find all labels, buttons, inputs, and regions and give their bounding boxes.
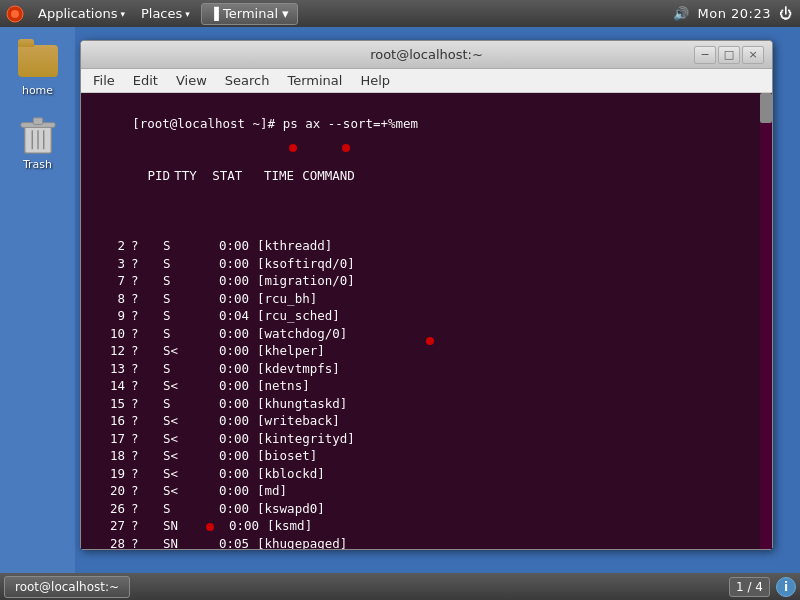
terminal-titlebar: root@localhost:~ − □ × bbox=[81, 41, 772, 69]
process-row-20: 20?S<0:00[md] bbox=[87, 482, 766, 500]
applications-label: Applications bbox=[38, 6, 117, 21]
terminal-window: root@localhost:~ − □ × File Edit View Se… bbox=[80, 40, 773, 550]
home-folder-image bbox=[18, 41, 58, 81]
prompt-text: [root@localhost ~]# ps ax --sort=+%mem bbox=[132, 116, 418, 131]
clock: Mon 20:23 bbox=[697, 6, 771, 21]
process-row-2: 2?S0:00[kthreadd] bbox=[87, 237, 766, 255]
terminal-title: root@localhost:~ bbox=[159, 47, 694, 62]
menu-view[interactable]: View bbox=[168, 71, 215, 90]
maximize-button[interactable]: □ bbox=[718, 46, 740, 64]
scrollbar-thumb[interactable] bbox=[760, 93, 772, 123]
home-icon[interactable]: home bbox=[4, 37, 72, 101]
close-button[interactable]: × bbox=[742, 46, 764, 64]
window-controls: − □ × bbox=[694, 46, 764, 64]
minimize-button[interactable]: − bbox=[694, 46, 716, 64]
places-menu[interactable]: Places ▾ bbox=[133, 0, 198, 27]
trash-image bbox=[18, 115, 58, 155]
terminal-arrow: ▾ bbox=[282, 6, 289, 21]
bottom-terminal-label: root@localhost:~ bbox=[15, 580, 119, 594]
process-row-13: 13?S0:00[kdevtmpfs] bbox=[87, 360, 766, 378]
terminal-icon: ▐ bbox=[210, 7, 219, 21]
top-taskbar: Applications ▾ Places ▾ ▐ Terminal ▾ 🔊 M… bbox=[0, 0, 800, 27]
process-row-9: 9?S0:04[rcu_sched] bbox=[87, 307, 766, 325]
bottom-taskbar: root@localhost:~ 1 / 4 i bbox=[0, 573, 800, 600]
process-row-27: 27?SN0:00[ksmd] bbox=[87, 517, 766, 535]
terminal-taskbar-label: Terminal bbox=[223, 6, 278, 21]
taskbar-right: 🔊 Mon 20:23 ⏻ bbox=[673, 6, 800, 21]
trash-label: Trash bbox=[23, 158, 52, 171]
bottom-right: 1 / 4 i bbox=[729, 577, 796, 597]
process-row-16: 16?S<0:00[writeback] bbox=[87, 412, 766, 430]
process-row-15: 15?S0:00[khungtaskd] bbox=[87, 395, 766, 413]
cursor-dot-2 bbox=[342, 144, 350, 152]
process-row-3: 3?S0:00[ksoftirqd/0] bbox=[87, 255, 766, 273]
info-label: i bbox=[784, 580, 788, 594]
svg-point-1 bbox=[11, 10, 19, 18]
power-icon[interactable]: ⏻ bbox=[779, 6, 792, 21]
applications-arrow: ▾ bbox=[120, 9, 125, 19]
terminal-scrollbar[interactable] bbox=[760, 93, 772, 549]
places-arrow: ▾ bbox=[185, 9, 190, 19]
svg-rect-4 bbox=[33, 118, 43, 125]
menu-terminal[interactable]: Terminal bbox=[279, 71, 350, 90]
cursor-dot-3 bbox=[426, 337, 434, 345]
applications-menu[interactable]: Applications ▾ bbox=[30, 0, 133, 27]
page-indicator: 1 / 4 bbox=[729, 577, 770, 597]
process-row-8: 8?S0:00[rcu_bh] bbox=[87, 290, 766, 308]
term-prompt-line: [root@localhost ~]# ps ax --sort=+%mem bbox=[87, 97, 766, 150]
process-row-19: 19?S<0:00[kblockd] bbox=[87, 465, 766, 483]
home-label: home bbox=[22, 84, 53, 97]
terminal-menubar: File Edit View Search Terminal Help bbox=[81, 69, 772, 93]
cursor-dot-1 bbox=[289, 144, 297, 152]
menu-help[interactable]: Help bbox=[352, 71, 398, 90]
process-row-12: 12?S<0:00[khelper] bbox=[87, 342, 766, 360]
process-row-26: 26?S0:00[kswapd0] bbox=[87, 500, 766, 518]
process-row-7: 7?S0:00[migration/0] bbox=[87, 272, 766, 290]
places-label: Places bbox=[141, 6, 182, 21]
bottom-terminal-btn[interactable]: root@localhost:~ bbox=[4, 576, 130, 598]
process-row-17: 17?S<0:00[kintegrityd] bbox=[87, 430, 766, 448]
term-header-line: PIDTTYSTATTIMECOMMAND bbox=[87, 150, 766, 238]
distro-logo bbox=[4, 3, 26, 25]
menu-search[interactable]: Search bbox=[217, 71, 278, 90]
trash-icon[interactable]: Trash bbox=[4, 111, 72, 175]
terminal-taskbar-btn[interactable]: ▐ Terminal ▾ bbox=[201, 3, 298, 25]
info-button[interactable]: i bbox=[776, 577, 796, 597]
menu-file[interactable]: File bbox=[85, 71, 123, 90]
menu-edit[interactable]: Edit bbox=[125, 71, 166, 90]
cursor-dot-4 bbox=[206, 523, 214, 531]
process-row-18: 18?S<0:00[bioset] bbox=[87, 447, 766, 465]
terminal-content[interactable]: [root@localhost ~]# ps ax --sort=+%mem P… bbox=[81, 93, 772, 549]
process-row-28: 28?SN0:05[khugepaged] bbox=[87, 535, 766, 550]
process-row-14: 14?S<0:00[netns] bbox=[87, 377, 766, 395]
desktop-sidebar: home Trash bbox=[0, 27, 75, 600]
volume-icon[interactable]: 🔊 bbox=[673, 6, 689, 21]
